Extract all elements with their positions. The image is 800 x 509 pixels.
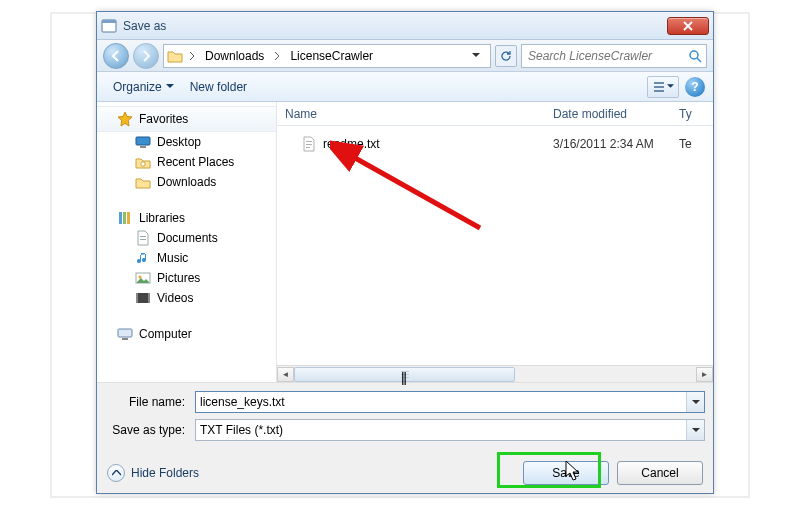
breadcrumb[interactable]: Downloads LicenseCrawler — [163, 44, 491, 68]
savetype-label: Save as type: — [105, 423, 195, 437]
tree-item-videos[interactable]: Videos — [97, 288, 276, 308]
column-header-type[interactable]: Ty — [679, 107, 713, 121]
outer-frame: Save as Downloads — [50, 12, 750, 498]
tree-label: Downloads — [157, 175, 216, 189]
app-icon — [101, 18, 117, 34]
organize-label: Organize — [113, 80, 162, 94]
chevron-right-icon[interactable] — [185, 52, 199, 60]
tree-label: Desktop — [157, 135, 201, 149]
svg-rect-22 — [306, 144, 312, 145]
nav-back-button[interactable] — [103, 43, 129, 69]
folder-icon — [167, 48, 183, 64]
nav-forward-button[interactable] — [133, 43, 159, 69]
documents-icon — [135, 230, 151, 246]
scroll-grip: ǁ — [401, 371, 409, 380]
save-label: Save — [552, 466, 579, 480]
tree-computer-header[interactable]: Computer — [97, 322, 276, 344]
help-button[interactable]: ? — [685, 77, 705, 97]
cancel-button[interactable]: Cancel — [617, 461, 703, 485]
svg-rect-11 — [127, 212, 130, 224]
organize-button[interactable]: Organize — [105, 76, 182, 98]
file-row[interactable]: readme.txt 3/16/2011 2:34 AM Te — [277, 134, 713, 154]
svg-point-15 — [139, 276, 142, 279]
filename-label: File name: — [105, 395, 195, 409]
views-button[interactable] — [647, 76, 679, 98]
horizontal-scrollbar[interactable]: ◄ ǁ ► — [277, 365, 713, 382]
chevron-right-icon[interactable] — [270, 52, 284, 60]
help-icon: ? — [691, 80, 698, 94]
star-icon — [117, 111, 133, 127]
titlebar[interactable]: Save as — [97, 12, 713, 40]
pictures-icon — [135, 270, 151, 286]
videos-icon — [135, 290, 151, 306]
tree-label: Videos — [157, 291, 193, 305]
scroll-left-button[interactable]: ◄ — [277, 367, 294, 382]
scroll-track[interactable]: ǁ — [294, 367, 696, 382]
savetype-dropdown-button[interactable] — [686, 420, 704, 440]
tree-label: Favorites — [139, 112, 188, 126]
navbar: Downloads LicenseCrawler — [97, 40, 713, 72]
savetype-combobox[interactable]: TXT Files (*.txt) — [195, 419, 705, 441]
svg-rect-20 — [122, 338, 128, 340]
refresh-icon — [499, 49, 513, 63]
tree-item-pictures[interactable]: Pictures — [97, 268, 276, 288]
tree-item-downloads[interactable]: Downloads — [97, 172, 276, 192]
chevron-down-icon — [667, 84, 674, 89]
downloads-folder-icon — [135, 174, 151, 190]
libraries-icon — [117, 210, 133, 226]
svg-rect-19 — [118, 329, 132, 337]
tree-item-music[interactable]: Music — [97, 248, 276, 268]
tree-item-desktop[interactable]: Desktop — [97, 132, 276, 152]
svg-rect-21 — [306, 141, 312, 142]
chevron-down-icon — [472, 53, 480, 58]
svg-rect-18 — [148, 293, 150, 303]
file-list[interactable]: readme.txt 3/16/2011 2:34 AM Te — [277, 126, 713, 365]
file-pane: Name Date modified Ty readme.txt 3/16/20… — [277, 102, 713, 382]
refresh-button[interactable] — [495, 45, 517, 67]
save-button[interactable]: Save — [523, 461, 609, 485]
search-box[interactable] — [521, 44, 707, 68]
new-folder-label: New folder — [190, 80, 247, 94]
cancel-label: Cancel — [641, 466, 678, 480]
svg-rect-17 — [136, 293, 138, 303]
svg-rect-9 — [119, 212, 122, 224]
file-type: Te — [679, 137, 692, 151]
hide-folders-button[interactable]: Hide Folders — [107, 464, 199, 482]
chevron-down-icon — [692, 428, 700, 433]
breadcrumb-segment-downloads[interactable]: Downloads — [199, 49, 270, 63]
file-name: readme.txt — [323, 137, 380, 151]
arrow-right-icon — [140, 50, 152, 62]
save-as-dialog: Save as Downloads — [96, 11, 714, 494]
filename-dropdown-button[interactable] — [686, 392, 704, 412]
nav-tree[interactable]: Favorites Desktop Recent Places Download… — [97, 102, 277, 382]
tree-item-documents[interactable]: Documents — [97, 228, 276, 248]
tree-label: Music — [157, 251, 188, 265]
breadcrumb-segment-licensecrawler[interactable]: LicenseCrawler — [284, 49, 379, 63]
bottom-panel: File name: Save as type: TXT Files (*.tx… — [97, 382, 713, 493]
filename-input[interactable] — [196, 393, 686, 411]
svg-rect-6 — [136, 137, 150, 145]
new-folder-button[interactable]: New folder — [182, 76, 255, 98]
search-input[interactable] — [526, 48, 684, 64]
close-button[interactable] — [667, 17, 709, 35]
svg-rect-4 — [654, 86, 664, 88]
breadcrumb-dropdown[interactable] — [465, 53, 487, 58]
file-date: 3/16/2011 2:34 AM — [553, 137, 679, 151]
column-header-name[interactable]: Name — [285, 107, 553, 121]
computer-icon — [117, 326, 133, 342]
scroll-thumb[interactable]: ǁ — [294, 367, 515, 382]
column-headers[interactable]: Name Date modified Ty — [277, 102, 713, 126]
tree-item-recent-places[interactable]: Recent Places — [97, 152, 276, 172]
filename-combobox[interactable] — [195, 391, 705, 413]
column-header-date[interactable]: Date modified — [553, 107, 679, 121]
tree-label: Documents — [157, 231, 218, 245]
tree-libraries-header[interactable]: Libraries — [97, 206, 276, 228]
hide-folders-label: Hide Folders — [131, 466, 199, 480]
tree-label: Recent Places — [157, 155, 234, 169]
tree-favorites-header[interactable]: Favorites — [97, 106, 276, 132]
scroll-right-button[interactable]: ► — [696, 367, 713, 382]
title-text: Save as — [123, 19, 667, 33]
tree-label: Pictures — [157, 271, 200, 285]
svg-rect-7 — [140, 146, 146, 148]
savetype-value: TXT Files (*.txt) — [196, 423, 686, 437]
